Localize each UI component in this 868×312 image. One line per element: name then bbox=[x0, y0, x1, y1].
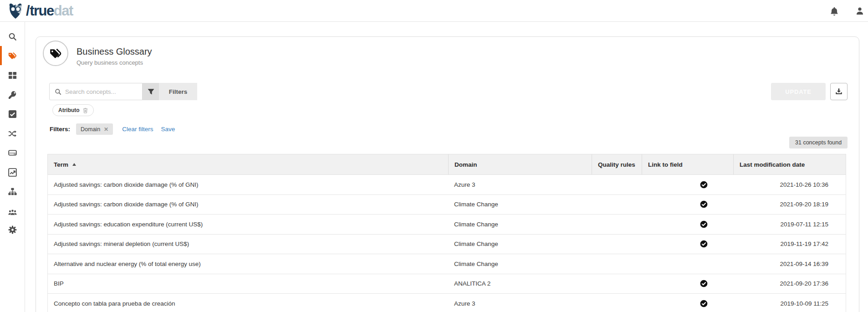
results-count-badge: 31 concepts found bbox=[789, 137, 848, 148]
sidebar-item-dashboards[interactable] bbox=[0, 66, 25, 85]
shuffle-icon bbox=[8, 129, 17, 138]
table-row[interactable]: Adjusted savings: education expenditure … bbox=[48, 215, 846, 235]
sort-ascending-icon bbox=[72, 163, 76, 166]
sidebar-item-settings[interactable] bbox=[0, 220, 25, 239]
download-button[interactable] bbox=[830, 83, 848, 100]
cell-link-to-field bbox=[642, 294, 733, 312]
sitemap-icon bbox=[8, 187, 17, 196]
glossary-badge bbox=[43, 41, 68, 66]
filter-chip-label: Domain bbox=[81, 126, 100, 133]
link-to-field-check-icon bbox=[700, 240, 708, 248]
table-row[interactable]: Adjusted savings: mineral depletion (cur… bbox=[48, 235, 846, 255]
column-header-last-modification-date[interactable]: Last modification date bbox=[733, 154, 847, 174]
sidebar-item-search[interactable] bbox=[0, 27, 25, 46]
main-content-card: Business Glossary Query business concept… bbox=[36, 36, 859, 312]
save-filters-link[interactable]: Save bbox=[161, 126, 175, 133]
table-row[interactable]: BIPANALITICA 22021-09-20 17:36 bbox=[48, 274, 846, 294]
notifications-bell-icon[interactable] bbox=[830, 7, 838, 16]
filter-funnel-button[interactable] bbox=[143, 83, 159, 100]
sidebar-item-insights[interactable] bbox=[0, 163, 25, 182]
cell-link-to-field bbox=[642, 254, 733, 274]
grid-icon bbox=[8, 71, 17, 80]
search-icon bbox=[8, 32, 17, 41]
cell-link-to-field bbox=[642, 215, 733, 234]
tag-badge-icon bbox=[50, 48, 62, 59]
cell-term[interactable]: Concepto con tabla para prueba de creaci… bbox=[48, 294, 448, 312]
cell-quality-rules bbox=[592, 215, 642, 234]
cell-last-modification-date: 2021-09-20 17:36 bbox=[733, 274, 847, 294]
truedat-logo[interactable]: /truedat bbox=[6, 2, 73, 20]
table-row[interactable]: Alternative and nuclear energy (% of tot… bbox=[48, 254, 846, 274]
column-header-label: Last modification date bbox=[740, 161, 805, 168]
cell-term[interactable]: BIP bbox=[48, 274, 448, 294]
search-icon bbox=[55, 88, 61, 95]
column-header-label: Domain bbox=[454, 161, 477, 168]
logo-wordmark: /truedat bbox=[26, 3, 73, 19]
column-header-label: Term bbox=[54, 161, 68, 168]
cell-link-to-field bbox=[642, 195, 733, 215]
column-header-domain[interactable]: Domain bbox=[448, 154, 592, 174]
user-profile-icon[interactable] bbox=[856, 7, 864, 15]
cell-quality-rules bbox=[592, 175, 642, 194]
cell-domain: Climate Change bbox=[448, 235, 592, 254]
cell-last-modification-date: 2019-10-09 11:25 bbox=[733, 294, 847, 312]
users-icon bbox=[8, 208, 17, 216]
column-header-term[interactable]: Term bbox=[48, 154, 448, 174]
table-row[interactable]: Adjusted savings: carbon dioxide damage … bbox=[48, 195, 846, 215]
table-row[interactable]: Concepto con tabla para prueba de creaci… bbox=[48, 294, 846, 312]
sidebar-nav bbox=[0, 22, 25, 312]
search-input[interactable] bbox=[65, 88, 133, 95]
page-subtitle: Query business concepts bbox=[77, 59, 143, 66]
sidebar-item-glossary[interactable] bbox=[0, 46, 25, 65]
tags-icon bbox=[8, 51, 17, 60]
concept-type-chip[interactable]: Atributo bbox=[52, 104, 94, 116]
cell-domain: ANALITICA 2 bbox=[448, 274, 592, 294]
column-header-link-to-field[interactable]: Link to field bbox=[642, 154, 733, 174]
owl-logo-icon bbox=[6, 2, 25, 20]
update-button[interactable]: UPDATE bbox=[771, 83, 826, 100]
concept-type-label: Atributo bbox=[58, 107, 80, 113]
column-header-quality-rules[interactable]: Quality rules bbox=[592, 154, 642, 174]
cell-term[interactable]: Adjusted savings: mineral depletion (cur… bbox=[48, 235, 448, 254]
cell-domain: Climate Change bbox=[448, 195, 592, 215]
cell-domain: Azure 3 bbox=[448, 175, 592, 194]
cell-domain: Climate Change bbox=[448, 254, 592, 274]
concepts-table: TermDomainQuality rulesLink to fieldLast… bbox=[47, 154, 846, 312]
server-icon bbox=[8, 148, 17, 157]
gear-icon bbox=[8, 225, 17, 234]
sidebar-item-permissions[interactable] bbox=[0, 85, 25, 104]
cell-link-to-field bbox=[642, 235, 733, 254]
cell-term[interactable]: Adjusted savings: carbon dioxide damage … bbox=[48, 175, 448, 194]
download-icon bbox=[835, 88, 842, 95]
clear-filters-link[interactable]: Clear filters bbox=[122, 126, 153, 133]
sidebar-item-users[interactable] bbox=[0, 202, 25, 221]
cell-quality-rules bbox=[592, 294, 642, 312]
filters-button[interactable]: Filters bbox=[159, 83, 197, 100]
cell-last-modification-date: 2021-09-14 16:39 bbox=[733, 254, 847, 274]
cell-link-to-field bbox=[642, 274, 733, 294]
sidebar-item-structures[interactable] bbox=[0, 143, 25, 162]
cell-quality-rules bbox=[592, 254, 642, 274]
table-body: Adjusted savings: carbon dioxide damage … bbox=[47, 175, 846, 312]
filter-chip-domain[interactable]: Domain bbox=[76, 123, 113, 135]
key-icon bbox=[8, 91, 17, 99]
cell-term[interactable]: Adjusted savings: education expenditure … bbox=[48, 215, 448, 234]
cell-term[interactable]: Alternative and nuclear energy (% of tot… bbox=[48, 254, 448, 274]
sidebar-item-rules[interactable] bbox=[0, 104, 25, 123]
page-title: Business Glossary bbox=[77, 46, 152, 57]
link-to-field-check-icon bbox=[700, 300, 708, 307]
cell-link-to-field bbox=[642, 175, 733, 194]
sidebar-item-domains[interactable] bbox=[0, 182, 25, 201]
trash-icon[interactable] bbox=[83, 107, 88, 113]
sidebar-item-lineage[interactable] bbox=[0, 124, 25, 143]
remove-filter-icon[interactable] bbox=[104, 126, 108, 133]
table-row[interactable]: Adjusted savings: carbon dioxide damage … bbox=[48, 175, 846, 195]
search-input-wrap bbox=[49, 83, 143, 100]
funnel-icon bbox=[148, 88, 154, 95]
cell-term[interactable]: Adjusted savings: carbon dioxide damage … bbox=[48, 195, 448, 215]
link-to-field-check-icon bbox=[700, 181, 708, 189]
cell-quality-rules bbox=[592, 195, 642, 215]
cell-last-modification-date: 2019-11-19 17:42 bbox=[733, 235, 847, 254]
cell-last-modification-date: 2021-10-26 10:36 bbox=[733, 175, 847, 194]
top-bar: /truedat bbox=[0, 0, 868, 22]
